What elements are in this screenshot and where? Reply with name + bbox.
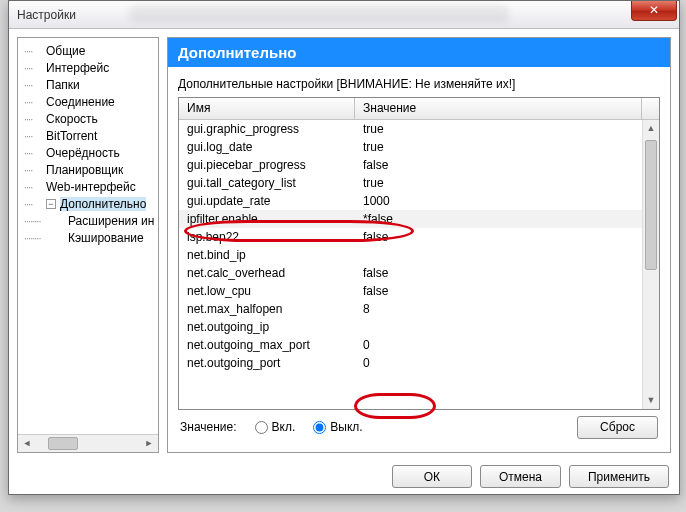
table-row[interactable]: gui.log_datetrue: [179, 138, 659, 156]
radio-off-input[interactable]: [313, 421, 326, 434]
tree-item-папки[interactable]: ····Папки: [18, 76, 158, 93]
table-row[interactable]: net.max_halfopen8: [179, 300, 659, 318]
tree-item-label: Папки: [46, 78, 80, 92]
blurred-background: [129, 5, 509, 23]
tree-dots: ····: [24, 45, 46, 57]
cell-name: net.max_halfopen: [179, 302, 355, 316]
main-panel: Дополнительно Дополнительные настройки […: [167, 37, 671, 453]
cell-value: *false: [355, 212, 659, 226]
value-edit-row: Значение: Вкл. Выкл. Сброс: [178, 410, 660, 444]
tree-dots: ····: [24, 198, 46, 210]
tree-item-скорость[interactable]: ····Скорость: [18, 110, 158, 127]
table-row[interactable]: net.low_cpufalse: [179, 282, 659, 300]
dialog-footer: ОК Отмена Применить: [17, 461, 671, 488]
radio-on[interactable]: Вкл.: [255, 420, 296, 434]
tree-item-bittorrent[interactable]: ····BitTorrent: [18, 127, 158, 144]
cell-value: false: [355, 158, 659, 172]
tree-dots: ····: [24, 147, 46, 159]
cell-name: net.bind_ip: [179, 248, 355, 262]
cell-name: gui.log_date: [179, 140, 355, 154]
tree-item-label: Web-интерфейс: [46, 180, 136, 194]
settings-dialog: Настройки ✕ ····Общие····Интерфейс····Па…: [8, 0, 680, 495]
cell-value: 8: [355, 302, 659, 316]
table-row[interactable]: isp.bep22false: [179, 228, 659, 246]
ok-button[interactable]: ОК: [392, 465, 472, 488]
tree-item-соединение[interactable]: ····Соединение: [18, 93, 158, 110]
tree-item-интерфейс[interactable]: ····Интерфейс: [18, 59, 158, 76]
tree-dots: ········: [24, 215, 68, 227]
category-tree: ····Общие····Интерфейс····Папки····Соеди…: [17, 37, 159, 453]
scroll-thumb[interactable]: [48, 437, 78, 450]
radio-on-input[interactable]: [255, 421, 268, 434]
tree-dots: ····: [24, 62, 46, 74]
table-row[interactable]: net.bind_ip: [179, 246, 659, 264]
scroll-left-icon[interactable]: ◄: [18, 435, 36, 452]
table-row[interactable]: net.outgoing_max_port0: [179, 336, 659, 354]
scroll-right-icon[interactable]: ►: [140, 435, 158, 452]
tree-dots: ····: [24, 113, 46, 125]
tree-item-web-интерфейс[interactable]: ····Web-интерфейс: [18, 178, 158, 195]
scroll-up-icon[interactable]: ▲: [643, 120, 659, 137]
table-row[interactable]: ipfilter.enable*false: [179, 210, 659, 228]
tree-item-label: Кэширование: [68, 231, 144, 245]
tree-dots: ····: [24, 79, 46, 91]
cell-name: gui.piecebar_progress: [179, 158, 355, 172]
cancel-button[interactable]: Отмена: [480, 465, 561, 488]
cell-name: net.outgoing_port: [179, 356, 355, 370]
table-row[interactable]: gui.update_rate1000: [179, 192, 659, 210]
tree-item-label: Общие: [46, 44, 85, 58]
table-row[interactable]: net.calc_overheadfalse: [179, 264, 659, 282]
tree-item-label: Скорость: [46, 112, 98, 126]
tree-dots: ····: [24, 181, 46, 193]
cell-name: isp.bep22: [179, 230, 355, 244]
table-row[interactable]: gui.graphic_progresstrue: [179, 120, 659, 138]
cell-name: net.outgoing_max_port: [179, 338, 355, 352]
cell-name: gui.graphic_progress: [179, 122, 355, 136]
table-header: Имя Значение: [179, 98, 659, 120]
cell-value: false: [355, 284, 659, 298]
tree-item-расширения-ин[interactable]: ········Расширения ин: [18, 212, 158, 229]
tree-dots: ········: [24, 232, 68, 244]
table-row[interactable]: gui.tall_category_listtrue: [179, 174, 659, 192]
cell-value: 0: [355, 356, 659, 370]
tree-item-очерёдность[interactable]: ····Очерёдность: [18, 144, 158, 161]
tree-horizontal-scrollbar[interactable]: ◄ ►: [18, 434, 158, 452]
settings-table: Имя Значение gui.graphic_progresstruegui…: [178, 97, 660, 410]
table-row[interactable]: gui.piecebar_progressfalse: [179, 156, 659, 174]
scroll-thumb[interactable]: [645, 140, 657, 270]
cell-name: net.low_cpu: [179, 284, 355, 298]
tree-item-планировщик[interactable]: ····Планировщик: [18, 161, 158, 178]
table-body: gui.graphic_progresstruegui.log_datetrue…: [179, 120, 659, 409]
cell-value: true: [355, 176, 659, 190]
warning-text: Дополнительные настройки [ВНИМАНИЕ: Не и…: [178, 77, 660, 91]
titlebar[interactable]: Настройки ✕: [9, 1, 679, 29]
tree-item-label: Дополнительно: [60, 197, 146, 211]
window-title: Настройки: [17, 8, 76, 22]
dialog-body: ····Общие····Интерфейс····Папки····Соеди…: [9, 29, 679, 494]
tree-item-кэширование[interactable]: ········Кэширование: [18, 229, 158, 246]
cell-value: 0: [355, 338, 659, 352]
tree-item-label: Расширения ин: [68, 214, 154, 228]
scroll-down-icon[interactable]: ▼: [643, 392, 659, 409]
tree-item-label: Очерёдность: [46, 146, 120, 160]
table-row[interactable]: net.outgoing_ip: [179, 318, 659, 336]
value-label: Значение:: [180, 420, 237, 434]
column-value[interactable]: Значение: [355, 98, 642, 119]
radio-on-label: Вкл.: [272, 420, 296, 434]
apply-button[interactable]: Применить: [569, 465, 669, 488]
tree-item-общие[interactable]: ····Общие: [18, 42, 158, 59]
tree-item-дополнительно[interactable]: ····−Дополнительно: [18, 195, 158, 212]
panel-body: Дополнительные настройки [ВНИМАНИЕ: Не и…: [168, 67, 670, 452]
cell-value: 1000: [355, 194, 659, 208]
collapse-icon[interactable]: −: [46, 199, 56, 209]
tree-dots: ····: [24, 164, 46, 176]
column-scroll-spacer: [642, 98, 659, 119]
table-vertical-scrollbar[interactable]: ▲ ▼: [642, 120, 659, 409]
radio-off[interactable]: Выкл.: [313, 420, 362, 434]
reset-button[interactable]: Сброс: [577, 416, 658, 439]
tree-item-label: Соединение: [46, 95, 115, 109]
table-row[interactable]: net.outgoing_port0: [179, 354, 659, 372]
column-name[interactable]: Имя: [179, 98, 355, 119]
cell-name: net.outgoing_ip: [179, 320, 355, 334]
close-button[interactable]: ✕: [631, 1, 677, 21]
